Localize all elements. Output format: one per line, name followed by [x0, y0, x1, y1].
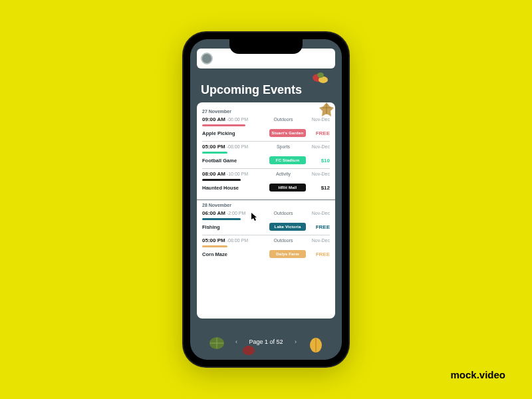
- event-category: Outdoors: [266, 117, 301, 122]
- event-time: 05:00 PM-08:00 PM: [202, 144, 263, 150]
- event-name: Fishing: [202, 224, 267, 230]
- event-time-row: 08:00 AM-10:00 PMActivityNov-Dec: [202, 171, 330, 177]
- pager-next[interactable]: ›: [293, 338, 299, 345]
- event-time: 09:00 AM-06:00 PM: [202, 116, 263, 122]
- event-category: Sports: [266, 144, 301, 149]
- pager-label: Page 1 of 52: [249, 338, 283, 345]
- pager: ‹ Page 1 of 52 ›: [190, 338, 342, 345]
- day-label: 28 November: [202, 203, 330, 207]
- event-season: Nov-Dec: [303, 117, 330, 122]
- pager-prev[interactable]: ‹: [233, 338, 239, 345]
- event-time: 05:00 PM-08:00 PM: [202, 237, 263, 243]
- svg-point-1: [319, 76, 328, 83]
- event-location-tag[interactable]: Stuart's Garden: [269, 129, 306, 137]
- watermark: mock.video: [450, 369, 505, 380]
- phone-notch: [229, 39, 303, 54]
- event-detail-row[interactable]: Football GameFC Stadium$10: [202, 156, 330, 169]
- event-season: Nov-Dec: [303, 238, 330, 243]
- event-category: Activity: [266, 172, 301, 176]
- event-location-tag[interactable]: FC Stadium: [269, 156, 306, 164]
- event-price: $10: [309, 158, 330, 164]
- event-detail-row[interactable]: FishingLake VictoriaFREE: [202, 223, 330, 235]
- avatar[interactable]: [201, 53, 213, 65]
- event-season: Nov-Dec: [303, 211, 330, 215]
- day-separator: [197, 200, 335, 200]
- event-time-row: 05:00 PM-08:00 PMOutdoorsNov-Dec: [202, 237, 330, 243]
- event-price: $12: [309, 185, 330, 191]
- event-progress-bar: [202, 179, 241, 181]
- svg-point-4: [243, 346, 255, 355]
- event-price: FREE: [309, 224, 330, 230]
- event-time: 06:00 AM-2:00 PM: [202, 210, 263, 216]
- event-name: Football Game: [202, 158, 267, 164]
- phone-frame: Upcoming Events 27 November09:00 AM-06:0…: [184, 33, 348, 366]
- event-detail-row[interactable]: Corn MazeDalys FarmFREE: [202, 250, 330, 262]
- event-category: Outdoors: [266, 238, 301, 243]
- event-name: Apple Picking: [202, 130, 267, 136]
- event-season: Nov-Dec: [303, 172, 330, 176]
- phone-screen: Upcoming Events 27 November09:00 AM-06:0…: [190, 39, 342, 360]
- event-progress-bar: [202, 245, 227, 247]
- event-detail-row[interactable]: Apple PickingStuart's GardenFREE: [202, 129, 330, 142]
- event-name: Haunted House: [202, 185, 267, 191]
- event-detail-row[interactable]: Haunted HouseHRH Mall$12: [202, 184, 330, 196]
- svg-point-0: [313, 74, 323, 82]
- leaf-icon: [311, 71, 330, 86]
- page-title: Upcoming Events: [201, 83, 302, 97]
- event-location-tag[interactable]: Dalys Farm: [269, 250, 306, 258]
- event-price: FREE: [309, 130, 330, 136]
- event-location-tag[interactable]: Lake Victoria: [269, 223, 306, 231]
- event-progress-bar: [202, 152, 227, 154]
- event-time-row: 09:00 AM-06:00 PMOutdoorsNov-Dec: [202, 116, 330, 122]
- event-location-tag[interactable]: HRH Mall: [269, 184, 306, 192]
- event-time-row: 05:00 PM-08:00 PMSportsNov-Dec: [202, 144, 330, 150]
- event-category: Outdoors: [266, 211, 301, 215]
- events-card: 27 November09:00 AM-06:00 PMOutdoorsNov-…: [197, 102, 335, 319]
- event-time: 08:00 AM-10:00 PM: [202, 171, 263, 177]
- event-price: FREE: [309, 251, 330, 257]
- svg-point-2: [317, 72, 324, 78]
- day-label: 27 November: [202, 109, 330, 114]
- event-time-row: 06:00 AM-2:00 PMOutdoorsNov-Dec: [202, 210, 330, 216]
- event-season: Nov-Dec: [303, 144, 330, 149]
- event-name: Corn Maze: [202, 251, 267, 257]
- event-progress-bar: [202, 124, 245, 126]
- leaf-icon: [242, 345, 255, 356]
- event-progress-bar: [202, 218, 241, 220]
